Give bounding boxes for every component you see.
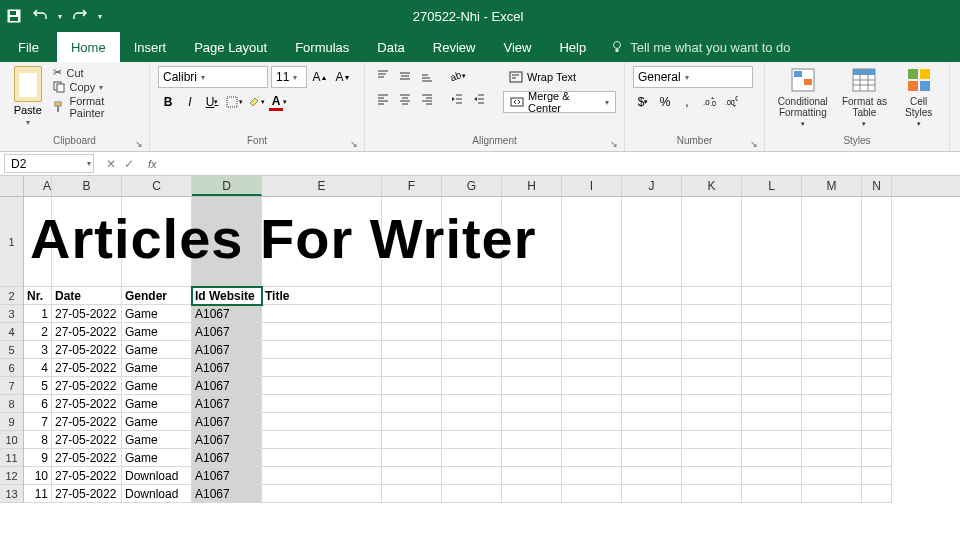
cell-E12[interactable] — [262, 467, 382, 485]
row-header-5[interactable]: 5 — [0, 341, 24, 359]
cell-G9[interactable] — [442, 413, 502, 431]
cell-K7[interactable] — [682, 377, 742, 395]
fill-color-button[interactable]: ▾ — [246, 92, 266, 112]
cell-C12[interactable]: Download — [122, 467, 192, 485]
cell-K13[interactable] — [682, 485, 742, 503]
chevron-down-icon[interactable]: ▾ — [26, 118, 30, 127]
cell-E9[interactable] — [262, 413, 382, 431]
cell-D6[interactable]: A1067 — [192, 359, 262, 377]
cell-B2[interactable]: Date — [52, 287, 122, 305]
cell-C7[interactable]: Game — [122, 377, 192, 395]
cell-D4[interactable]: A1067 — [192, 323, 262, 341]
cell-N8[interactable] — [862, 395, 892, 413]
cell-E4[interactable] — [262, 323, 382, 341]
number-dialog-launcher[interactable]: ↘ — [750, 139, 760, 149]
row-header-13[interactable]: 13 — [0, 485, 24, 503]
cell-J2[interactable] — [622, 287, 682, 305]
cell-H1[interactable] — [502, 197, 562, 287]
cell-B4[interactable]: 27-05-2022 — [52, 323, 122, 341]
cell-K1[interactable] — [682, 197, 742, 287]
currency-button[interactable]: $▾ — [633, 92, 653, 112]
cancel-icon[interactable]: ✕ — [106, 157, 116, 171]
cell-F7[interactable] — [382, 377, 442, 395]
decrease-font-size-button[interactable]: A▼ — [333, 67, 353, 87]
cell-I13[interactable] — [562, 485, 622, 503]
cell-K3[interactable] — [682, 305, 742, 323]
cell-D10[interactable]: A1067 — [192, 431, 262, 449]
comma-button[interactable]: , — [677, 92, 697, 112]
cell-L1[interactable] — [742, 197, 802, 287]
cell-A2[interactable]: Nr. — [24, 287, 52, 305]
cell-C3[interactable]: Game — [122, 305, 192, 323]
tab-file[interactable]: File — [0, 32, 57, 62]
cell-J6[interactable] — [622, 359, 682, 377]
cell-G5[interactable] — [442, 341, 502, 359]
cell-G3[interactable] — [442, 305, 502, 323]
increase-indent-button[interactable] — [469, 89, 489, 109]
cell-D2[interactable]: Id Website — [192, 287, 262, 305]
cell-M10[interactable] — [802, 431, 862, 449]
cell-A6[interactable]: 4 — [24, 359, 52, 377]
cell-E3[interactable] — [262, 305, 382, 323]
cell-A8[interactable]: 6 — [24, 395, 52, 413]
cell-B5[interactable]: 27-05-2022 — [52, 341, 122, 359]
cell-F1[interactable] — [382, 197, 442, 287]
cell-I5[interactable] — [562, 341, 622, 359]
cut-button[interactable]: ✂Cut — [53, 66, 141, 79]
tab-insert[interactable]: Insert — [120, 32, 181, 62]
cell-N12[interactable] — [862, 467, 892, 485]
cell-A10[interactable]: 8 — [24, 431, 52, 449]
cell-C1[interactable] — [122, 197, 192, 287]
fx-icon[interactable]: fx — [144, 152, 161, 175]
cell-A13[interactable]: 11 — [24, 485, 52, 503]
column-header-M[interactable]: M — [802, 176, 862, 196]
column-header-A[interactable]: A — [24, 176, 52, 196]
cell-H13[interactable] — [502, 485, 562, 503]
cell-styles-button[interactable]: Cell Styles▾ — [896, 66, 941, 135]
cell-N9[interactable] — [862, 413, 892, 431]
cell-E11[interactable] — [262, 449, 382, 467]
font-name-combo[interactable]: Calibri▾ — [158, 66, 268, 88]
column-header-F[interactable]: F — [382, 176, 442, 196]
cell-D3[interactable]: A1067 — [192, 305, 262, 323]
row-header-3[interactable]: 3 — [0, 305, 24, 323]
cell-A12[interactable]: 10 — [24, 467, 52, 485]
cell-C13[interactable]: Download — [122, 485, 192, 503]
cell-D12[interactable]: A1067 — [192, 467, 262, 485]
cell-C11[interactable]: Game — [122, 449, 192, 467]
merge-center-button[interactable]: Merge & Center▾ — [503, 91, 616, 113]
cell-B13[interactable]: 27-05-2022 — [52, 485, 122, 503]
undo-dropdown-icon[interactable]: ▾ — [58, 12, 62, 21]
cell-E10[interactable] — [262, 431, 382, 449]
cell-L7[interactable] — [742, 377, 802, 395]
cell-I9[interactable] — [562, 413, 622, 431]
cell-I1[interactable] — [562, 197, 622, 287]
cell-H9[interactable] — [502, 413, 562, 431]
row-header-6[interactable]: 6 — [0, 359, 24, 377]
cell-M12[interactable] — [802, 467, 862, 485]
cell-F11[interactable] — [382, 449, 442, 467]
cell-K2[interactable] — [682, 287, 742, 305]
cell-F3[interactable] — [382, 305, 442, 323]
font-dialog-launcher[interactable]: ↘ — [350, 139, 360, 149]
cell-M5[interactable] — [802, 341, 862, 359]
cell-M3[interactable] — [802, 305, 862, 323]
cell-I6[interactable] — [562, 359, 622, 377]
increase-decimal-button[interactable]: .0.00 — [699, 92, 719, 112]
underline-button[interactable]: U▾ — [202, 92, 222, 112]
undo-icon[interactable] — [32, 8, 48, 24]
cell-I7[interactable] — [562, 377, 622, 395]
cell-L2[interactable] — [742, 287, 802, 305]
decrease-decimal-button[interactable]: .00.0 — [721, 92, 741, 112]
enter-icon[interactable]: ✓ — [124, 157, 134, 171]
align-center-button[interactable] — [395, 89, 415, 109]
row-header-7[interactable]: 7 — [0, 377, 24, 395]
cell-F10[interactable] — [382, 431, 442, 449]
cell-A4[interactable]: 2 — [24, 323, 52, 341]
column-header-J[interactable]: J — [622, 176, 682, 196]
cell-K8[interactable] — [682, 395, 742, 413]
cell-B10[interactable]: 27-05-2022 — [52, 431, 122, 449]
cell-F9[interactable] — [382, 413, 442, 431]
cell-G4[interactable] — [442, 323, 502, 341]
cell-K4[interactable] — [682, 323, 742, 341]
